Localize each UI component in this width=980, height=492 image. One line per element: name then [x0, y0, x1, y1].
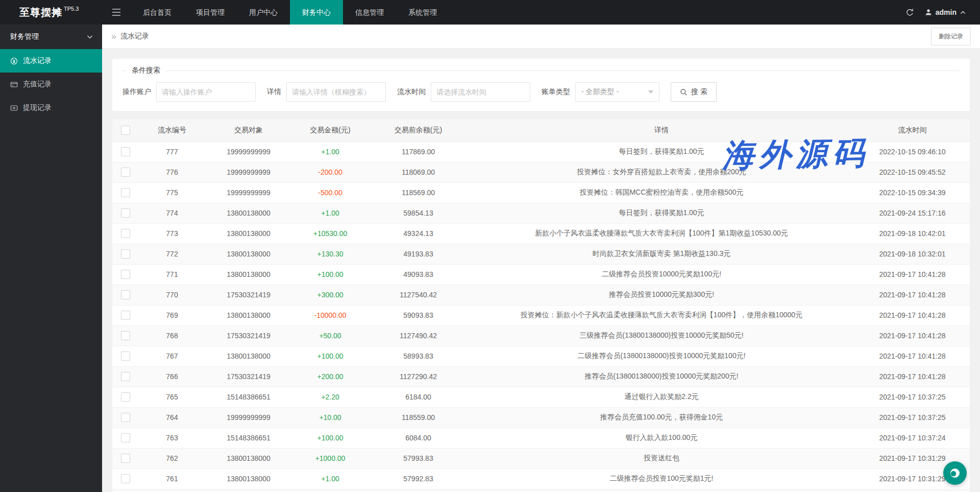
table-row: 77519999999999-500.00118569.00投资摊位：韩国MCC… [112, 182, 970, 203]
cell-trade-target: 13800138000 [205, 264, 292, 285]
cell-balance: 6084.00 [369, 428, 468, 448]
sidebar-item-label: 充值记录 [23, 80, 52, 89]
cell-amount: +1000.00 [292, 448, 369, 468]
cell-detail: 新款小个子风衣温柔收腰薄款气质大衣寄卖利润【100件】第1期收益10530.00… [468, 223, 855, 244]
cell-balance: 118569.00 [369, 182, 468, 203]
row-checkbox[interactable] [121, 290, 130, 299]
search-detail-input[interactable] [286, 82, 386, 102]
cell-amount: +300.00 [292, 285, 369, 305]
sidebar-item-flow-records[interactable]: 流水记录 [0, 49, 102, 73]
person-icon [925, 9, 932, 16]
topnav-item-info[interactable]: 信息管理 [343, 0, 396, 25]
row-checkbox-cell [112, 325, 139, 346]
bill-type-select[interactable]: - 全部类型 - [575, 82, 659, 102]
search-time-input[interactable] [431, 82, 530, 102]
records-table-card: 流水编号 交易对象 交易金额(元) 交易前余额(元) 详情 流水时间 77719… [112, 119, 970, 492]
row-checkbox[interactable] [121, 433, 130, 442]
cell-detail: 投资摊位：韩国MCC蜜粉控油寄卖，使用余额500元 [468, 182, 855, 203]
row-checkbox[interactable] [121, 208, 130, 218]
cell-amount: -10000.00 [292, 305, 369, 325]
cell-flow-id: 771 [139, 264, 205, 285]
select-all-checkbox[interactable] [121, 126, 130, 135]
table-row: 76817530321419+50.001127490.42三级推荐会员(138… [112, 325, 970, 346]
cell-detail: 推荐会员投资100元奖励3元! [468, 489, 855, 492]
cell-trade-target: 17530321419 [205, 366, 292, 387]
header-balance: 交易前余额(元) [369, 119, 468, 142]
cell-flow-id: 761 [139, 468, 205, 489]
row-checkbox[interactable] [121, 188, 130, 197]
row-checkbox[interactable] [121, 168, 130, 177]
delete-records-button[interactable]: 删除记录 [931, 28, 971, 45]
table-row: 76515148386651+2.206184.00通过银行入款奖励2.2元20… [112, 387, 970, 407]
cell-detail: 推荐会员(13800138000)投资10000元奖励200元! [468, 366, 855, 387]
user-menu[interactable]: admin [922, 8, 969, 16]
cell-balance: 6184.00 [369, 387, 468, 407]
row-checkbox[interactable] [121, 454, 130, 463]
cell-trade-target: 13800138000 [205, 244, 292, 264]
row-checkbox[interactable] [121, 311, 130, 320]
row-checkbox[interactable] [121, 147, 130, 156]
cell-balance: 49093.83 [369, 264, 468, 285]
topnav-item-projects[interactable]: 项目管理 [184, 0, 237, 25]
cell-flow-id: 776 [139, 162, 205, 182]
row-checkbox[interactable] [121, 474, 130, 483]
cell-flow-id: 774 [139, 203, 205, 223]
table-row: 76017530321419+3.001127293.42推荐会员投资100元奖… [112, 489, 970, 492]
header-detail: 详情 [468, 119, 855, 142]
cell-trade-target: 13800138000 [205, 448, 292, 468]
row-checkbox[interactable] [121, 249, 130, 259]
refresh-icon[interactable] [898, 0, 922, 25]
cell-detail: 投资摊位：女外穿百搭短款上衣寄卖，使用余额200元 [468, 162, 855, 182]
row-checkbox[interactable] [121, 331, 130, 340]
cell-time: 2021-09-17 10:41:28 [855, 346, 970, 366]
topnav-item-dashboard[interactable]: 后台首页 [131, 0, 184, 25]
cell-balance: 58993.83 [369, 346, 468, 366]
search-account-input[interactable] [156, 82, 256, 102]
withdraw-card-icon [10, 104, 18, 112]
search-form: 操作账户 详情 流水时间 账单类型 - 全部类型 - [122, 82, 960, 102]
cell-balance: 59854.13 [369, 203, 468, 223]
row-checkbox[interactable] [121, 372, 130, 381]
row-checkbox[interactable] [121, 392, 130, 402]
cell-trade-target: 15148386651 [205, 428, 292, 448]
bill-type-label: 账单类型 [542, 87, 570, 97]
search-time-label: 流水时间 [397, 87, 426, 97]
bill-type-value: - 全部类型 - [581, 87, 619, 97]
sidebar-group-finance[interactable]: 财务管理 [0, 25, 102, 49]
topnav-item-users[interactable]: 用户中心 [237, 0, 290, 25]
layout: 财务管理 流水记录 充值记录 提现记录 » 流水记录 删除记录 条件搜索 [0, 25, 980, 492]
table-row: 77313800138000+10530.0049324.13新款小个子风衣温柔… [112, 223, 970, 244]
cell-flow-id: 768 [139, 325, 205, 346]
topnav-item-finance[interactable]: 财务中心 [290, 0, 343, 25]
search-account-label: 操作账户 [122, 87, 151, 97]
cell-balance: 1127540.42 [369, 285, 468, 305]
cell-trade-target: 19999999999 [205, 182, 292, 203]
header-time: 流水时间 [855, 119, 970, 142]
search-button[interactable]: 搜 索 [671, 82, 717, 102]
cell-trade-target: 17530321419 [205, 489, 292, 492]
row-checkbox[interactable] [121, 413, 130, 422]
row-checkbox[interactable] [121, 352, 130, 361]
sidebar-item-recharge-records[interactable]: 充值记录 [0, 73, 102, 96]
cell-time: 2021-09-18 10:42:01 [855, 223, 970, 244]
row-checkbox[interactable] [121, 270, 130, 279]
cell-amount: -500.00 [292, 182, 369, 203]
theme-fab-button[interactable] [943, 461, 967, 485]
cell-detail: 二级推荐会员(13800138000)投资10000元奖励100元! [468, 346, 855, 366]
sidebar-toggle-icon[interactable] [102, 0, 131, 25]
cell-time: 2021-09-17 10:41:28 [855, 325, 970, 346]
sidebar-item-withdraw-records[interactable]: 提现记录 [0, 96, 102, 120]
cell-amount: +1.00 [292, 203, 369, 223]
cell-balance: 1127293.42 [369, 489, 468, 492]
table-row: 76419999999999+10.00118559.00推荐会员充值100.0… [112, 407, 970, 428]
row-checkbox-cell [112, 489, 139, 492]
search-detail-label: 详情 [267, 87, 281, 97]
row-checkbox[interactable] [121, 229, 130, 238]
row-checkbox-cell [112, 366, 139, 387]
search-fieldset: 条件搜索 [122, 66, 960, 75]
header-amount: 交易金额(元) [292, 119, 369, 142]
row-checkbox-cell [112, 305, 139, 325]
topnav-item-system[interactable]: 系统管理 [396, 0, 449, 25]
cell-flow-id: 770 [139, 285, 205, 305]
app-title: 至尊摆摊 [19, 6, 62, 19]
